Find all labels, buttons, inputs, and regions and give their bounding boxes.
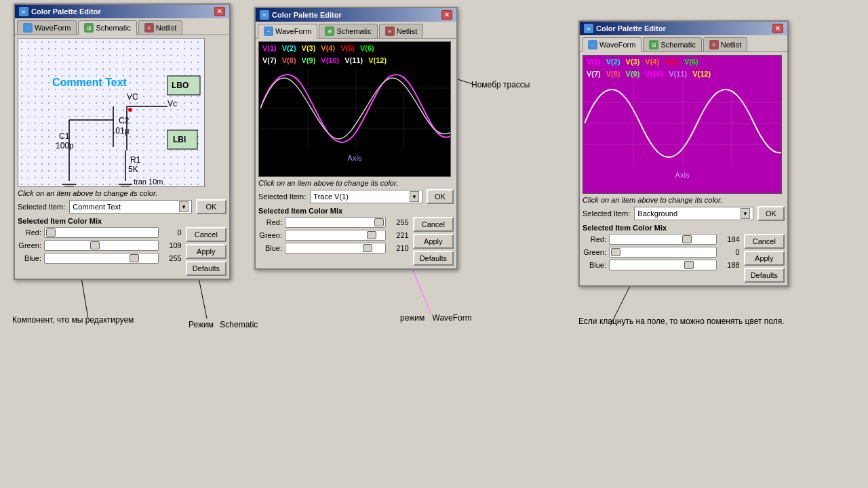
- tab-netlist-1[interactable]: ≡ Netlist: [138, 20, 183, 35]
- trace-v11-3[interactable]: V(11): [667, 70, 688, 78]
- green-thumb-1[interactable]: [90, 241, 100, 249]
- tab-netlist-3[interactable]: ≡ Netlist: [703, 37, 748, 52]
- blue-thumb-2[interactable]: [363, 244, 372, 252]
- titlebar-2: ≈ Color Palette Editor ✕: [256, 8, 456, 22]
- blue-thumb-3[interactable]: [684, 261, 694, 269]
- trace-v12-2[interactable]: V(12): [367, 56, 388, 64]
- waveform-canvas-3[interactable]: V(1) V(2) V(3) V(4) V(5) V(6) V(7) V(8) …: [583, 55, 782, 194]
- tab-schematic-3[interactable]: ⊞ Schematic: [643, 37, 701, 52]
- ok-btn-1[interactable]: OK: [196, 199, 226, 214]
- close-btn-1[interactable]: ✕: [214, 7, 225, 16]
- sine-wave-svg-3: [585, 81, 781, 166]
- tab-waveform-2[interactable]: ~ WaveForm: [258, 24, 317, 39]
- svg-text:Vc: Vc: [167, 99, 177, 108]
- trace-v8-2[interactable]: V(8): [281, 56, 298, 64]
- annotation-mode2: режим WaveForm: [400, 313, 472, 323]
- trace-v10-3[interactable]: V(10): [644, 70, 665, 78]
- apply-btn-3[interactable]: Apply: [744, 251, 785, 266]
- schematic-canvas[interactable]: Comment Text LBO LBI VC Vc C1 100p C2 .0…: [18, 38, 205, 187]
- green-slider-2[interactable]: [285, 230, 386, 241]
- waveform-icon-3: ~: [588, 40, 597, 49]
- trace-v4-3[interactable]: V(4): [644, 58, 660, 66]
- red-thumb-2[interactable]: [374, 218, 384, 226]
- defaults-btn-3[interactable]: Defaults: [744, 268, 785, 283]
- sine-wave-area-3: [583, 80, 781, 169]
- tab-waveform-1[interactable]: ~ WaveForm: [17, 20, 77, 35]
- selected-item-combo-2[interactable]: Trace V(1) ▼: [310, 190, 422, 203]
- waveform-canvas-2[interactable]: V(1) V(2) V(3) V(4) V(5) V(6) V(7) V(8) …: [258, 41, 451, 177]
- svg-text:tran 10m: tran 10m: [134, 178, 163, 186]
- cancel-btn-1[interactable]: Cancel: [186, 227, 226, 242]
- svg-point-19: [128, 108, 132, 112]
- trace-v6-2[interactable]: V(6): [359, 44, 376, 52]
- tab-schematic-2[interactable]: ⊞ Schematic: [319, 24, 377, 38]
- red-row-1: Red: 0: [18, 227, 182, 238]
- selected-item-combo-1[interactable]: Comment Text ▼: [69, 200, 192, 214]
- defaults-btn-1[interactable]: Defaults: [186, 261, 226, 276]
- blue-label-3: Blue:: [583, 261, 606, 269]
- window-3: ≈ Color Palette Editor ✕ ~ WaveForm ⊞ Sc…: [578, 20, 789, 287]
- trace-v4-2[interactable]: V(4): [319, 44, 336, 52]
- ok-btn-2[interactable]: OK: [427, 189, 454, 204]
- blue-thumb-1[interactable]: [130, 254, 139, 262]
- trace-v9-3[interactable]: V(9): [625, 70, 642, 78]
- trace-v3-2[interactable]: V(3): [300, 44, 317, 52]
- combo-arrow-2[interactable]: ▼: [410, 191, 419, 202]
- defaults-btn-2[interactable]: Defaults: [413, 251, 454, 266]
- waveform-icon-1: ~: [23, 23, 33, 33]
- trace-v5-2[interactable]: V(5): [339, 44, 356, 52]
- trace-v7-3[interactable]: V(7): [585, 70, 602, 78]
- trace-v2-2[interactable]: V(2): [281, 44, 298, 52]
- blue-value-2: 210: [389, 244, 409, 252]
- trace-v1-3[interactable]: V(1): [585, 58, 602, 66]
- red-slider-3[interactable]: [609, 234, 717, 245]
- green-thumb-2[interactable]: [367, 231, 376, 239]
- apply-btn-2[interactable]: Apply: [413, 234, 454, 249]
- green-value-2: 221: [389, 231, 409, 239]
- click-info-1: Click on an item above to change its col…: [18, 189, 226, 197]
- color-mix-section-3: Selected Item Color Mix Red: 184 Green:: [583, 224, 785, 283]
- trace-v11-2[interactable]: V(11): [343, 56, 364, 64]
- svg-text:C2: C2: [119, 116, 130, 125]
- red-thumb-1[interactable]: [46, 228, 56, 237]
- ok-btn-3[interactable]: OK: [757, 206, 785, 221]
- cancel-btn-2[interactable]: Cancel: [413, 217, 454, 232]
- combo-arrow-1[interactable]: ▼: [179, 201, 189, 212]
- trace-v3-3[interactable]: V(3): [625, 58, 642, 66]
- trace-v8-3[interactable]: V(8): [605, 70, 622, 78]
- green-row-1: Green: 109: [18, 240, 182, 251]
- combo-arrow-3[interactable]: ▼: [741, 208, 750, 219]
- trace-v9-2[interactable]: V(9): [300, 56, 317, 64]
- tab-waveform-3[interactable]: ~ WaveForm: [582, 37, 642, 52]
- red-slider-1[interactable]: [44, 227, 159, 238]
- color-mix-section-2: Selected Item Color Mix Red: 255 Green:: [258, 207, 454, 266]
- close-btn-2[interactable]: ✕: [441, 10, 452, 20]
- blue-slider-3[interactable]: [609, 260, 717, 270]
- trace-v10-2[interactable]: V(10): [319, 56, 340, 64]
- trace-v12-3[interactable]: V(12): [691, 70, 712, 78]
- red-thumb-3[interactable]: [682, 235, 692, 243]
- selected-item-combo-3[interactable]: Background ▼: [634, 207, 753, 220]
- trace-v1-2[interactable]: V(1): [261, 44, 278, 52]
- green-slider-1[interactable]: [44, 240, 159, 251]
- annotation-trace: Номебр трассы: [471, 80, 530, 89]
- blue-slider-2[interactable]: [285, 243, 386, 253]
- annotation-field: Если клацнуть на поле, то можно поменять…: [578, 315, 785, 327]
- trace-v2-3[interactable]: V(2): [605, 58, 622, 66]
- tab-netlist-2[interactable]: ≡ Netlist: [379, 24, 424, 38]
- close-btn-3[interactable]: ✕: [772, 24, 783, 33]
- blue-slider-1[interactable]: [44, 253, 159, 264]
- cancel-btn-3[interactable]: Cancel: [744, 234, 785, 249]
- trace-v5-3[interactable]: V(5): [663, 58, 680, 66]
- green-slider-3[interactable]: [609, 247, 717, 258]
- tab-schematic-1[interactable]: ⊞ Schematic: [78, 20, 136, 35]
- click-info-2: Click on an item above to change its col…: [258, 179, 454, 187]
- red-value-1: 0: [161, 228, 182, 237]
- window-title-2: Color Palette Editor: [272, 11, 342, 19]
- selected-item-row-1: Selected Item: Comment Text ▼ OK: [18, 199, 226, 214]
- trace-v6-3[interactable]: V(6): [683, 58, 700, 66]
- trace-v7-2[interactable]: V(7): [261, 56, 278, 64]
- red-slider-2[interactable]: [285, 217, 386, 228]
- green-thumb-3[interactable]: [611, 248, 620, 256]
- apply-btn-1[interactable]: Apply: [186, 244, 226, 259]
